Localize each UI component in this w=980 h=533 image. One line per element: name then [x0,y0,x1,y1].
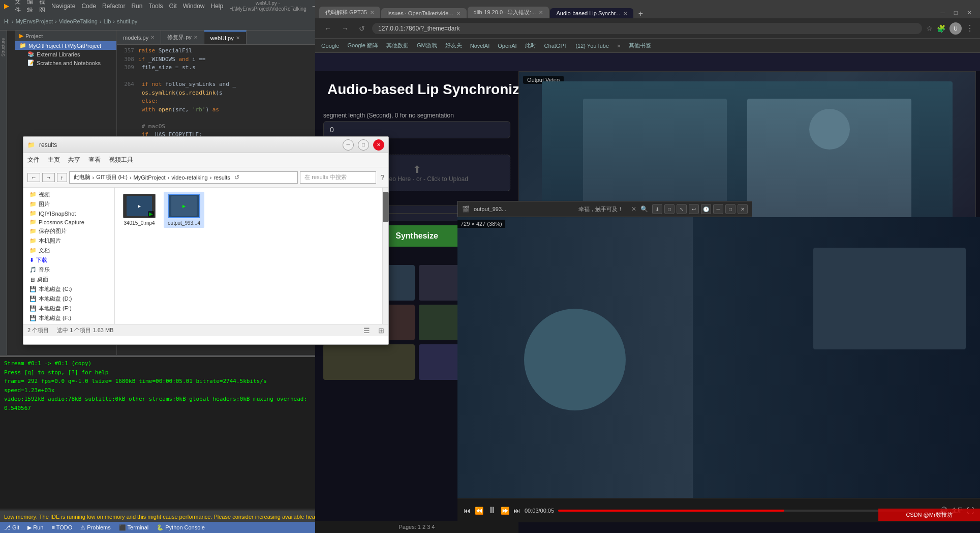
extensions-icon[interactable]: 🧩 [937,24,945,33]
bookmarks-more[interactable]: » [615,41,623,50]
menu-navigate[interactable]: Navigate [51,3,75,10]
fe-close[interactable]: ✕ [373,139,384,151]
tab-issues-close[interactable]: ✕ [456,11,461,16]
fe-tree-local-photos[interactable]: 📁 本机照片 [25,236,112,246]
refresh-button[interactable]: ↺ [356,23,368,34]
fe-tree-f[interactable]: 💾 本地磁盘 (F:) [25,313,112,323]
fe-file-2[interactable]: ▶ output_993...4 [164,192,204,228]
bookmark-chatgpt[interactable]: ChatGPT [542,42,570,50]
status-python[interactable]: 🐍 Python Console [157,524,205,531]
bookmark-time[interactable]: 此时 [523,41,538,50]
fe-tree-videos[interactable]: 📁 视频 [25,190,112,199]
browser-menu[interactable]: ⋮ [966,23,974,33]
menu-help[interactable]: Help [210,3,223,10]
status-problems[interactable]: ⚠ Problems [80,524,111,531]
new-tab-button[interactable]: + [634,9,647,18]
tab-dlib-close[interactable]: ✕ [539,10,543,15]
bookmark-youtube[interactable]: (12) YouTube [573,42,611,50]
window-close-btn[interactable]: ✕ [963,7,976,18]
menu-code[interactable]: Code [81,3,96,10]
browser-tab-issues[interactable]: Issues · OpenTalker/vide... ✕ [381,8,467,18]
fe-view-grid[interactable]: ⊞ [378,327,384,335]
browser-tab-dlib[interactable]: dlib-19.20.0 · 导入错误:... ✕ [468,7,549,18]
fe-up[interactable]: ↑ [57,173,67,182]
segment-input[interactable] [323,121,510,138]
status-run[interactable]: ▶ Run [27,524,43,531]
window-min-btn[interactable]: ─ [936,7,949,18]
tab-webui-close[interactable]: ✕ [236,35,240,41]
tree-item-external[interactable]: 📚 External Libraries [15,50,116,58]
fe-tree-iqiyi[interactable]: 📁 IQIYISnapShot [25,209,112,218]
menu-window[interactable]: Window [183,3,205,10]
vo-maximize[interactable]: □ [725,204,736,214]
fe-forward[interactable]: → [42,173,55,182]
fe-tree-g[interactable]: 💾 新加卷 (G:) [25,323,112,324]
fe-tree-music[interactable]: 🎵 音乐 [25,265,112,275]
fe-tree-documents[interactable]: 📁 文档 [25,246,112,255]
tab-gpt35-close[interactable]: ✕ [370,10,374,15]
fe-menu-view[interactable]: 查看 [88,156,101,164]
bookmark-friends[interactable]: 好友关 [443,41,464,50]
rewind-button[interactable]: ⏪ [475,507,483,515]
vo-btn-2[interactable]: □ [664,204,675,214]
fe-file-1[interactable]: ▶ 34015_0.mp4 [119,192,160,228]
fe-scrollbar[interactable] [382,188,388,324]
bookmark-google[interactable]: Google [319,42,341,50]
vo-btn-1[interactable]: ⬇ [652,204,662,214]
menu-tools[interactable]: Tools [148,3,163,10]
fe-tree-picosmos[interactable]: 📁 Picosmos Capture [25,218,112,226]
bookmark-star[interactable]: ☆ [926,24,933,33]
fe-menu-video[interactable]: 视频工具 [109,156,133,164]
forward-button[interactable]: → [339,23,352,34]
status-terminal[interactable]: ⬛ Terminal [119,524,148,531]
caption-search-icon[interactable]: ✕ [631,205,636,213]
fe-tree-downloads[interactable]: ⬇ 下载 [25,255,112,265]
tab-webui[interactable]: webUI.py ✕ [204,31,247,44]
fe-tree-images[interactable]: 📁 图片 [25,199,112,209]
vo-close[interactable]: ✕ [738,204,748,214]
browser-tab-gpt35[interactable]: 代码解释 GPT35 ✕ [319,7,380,18]
tab-models-close[interactable]: ✕ [150,35,155,40]
vo-btn-5[interactable]: 🕐 [701,204,711,214]
tree-item-mygitproject[interactable]: 📁 MyGitProject H:\MyGitProject [15,41,116,50]
tab-audio-close[interactable]: ✕ [623,11,627,16]
tab-repair[interactable]: 修复界.py ✕ [161,31,204,44]
menu-git[interactable]: Git [169,3,176,10]
profile-icon[interactable]: U [950,22,962,35]
fastforward-button[interactable]: ⏩ [501,507,509,515]
sample-5[interactable] [323,344,415,380]
fe-minimize[interactable]: ─ [343,139,354,151]
video-search-icon[interactable]: 🔍 [640,205,648,213]
fe-maximize[interactable]: □ [358,139,369,151]
fe-refresh[interactable]: ↺ [234,174,239,181]
fe-help-icon[interactable]: ? [380,173,384,182]
bookmark-gm[interactable]: GM游戏 [415,41,439,50]
fe-tree-d[interactable]: 💾 本地磁盘 (D:) [25,294,112,304]
menu-run[interactable]: Run [131,3,142,10]
browser-tab-audio[interactable]: Audio-based Lip Synchr... ✕ [550,8,633,18]
pause-button[interactable]: ⏸ [487,505,497,516]
window-max-btn[interactable]: □ [950,7,962,18]
prev-button[interactable]: ⏮ [464,507,471,515]
fe-menu-home[interactable]: 主页 [48,156,60,164]
menu-refactor[interactable]: Refactor [102,3,125,10]
fe-tree-desktop[interactable]: 🖥 桌面 [25,275,112,284]
tree-item-scratches[interactable]: 📝 Scratches and Notebooks [15,58,116,67]
tab-models[interactable]: models.py ✕ [117,31,161,44]
bookmark-other[interactable]: 其他书签 [627,41,653,50]
status-todo[interactable]: ≡ TODO [51,524,72,530]
fe-tree-c[interactable]: 💾 本地磁盘 (C:) [25,284,112,294]
fe-menu-share[interactable]: 共享 [68,156,80,164]
next-button[interactable]: ⏭ [513,507,520,515]
fe-search[interactable]: 在 results 中搜索 [300,171,376,184]
address-bar[interactable] [372,23,922,34]
fe-tree-e[interactable]: 💾 本地磁盘 (E:) [25,304,112,313]
bookmark-data[interactable]: 其他数据 [384,41,411,50]
fe-menu-file[interactable]: 文件 [27,156,40,164]
vo-btn-4[interactable]: ↩ [689,204,699,214]
bookmark-openai[interactable]: OpenAI [496,42,518,50]
vo-btn-3[interactable]: ⤡ [677,204,687,214]
fe-back[interactable]: ← [27,173,40,182]
scroll-thumb[interactable] [383,192,389,222]
terminal[interactable]: Stream #0:1 -> #0:1 (copy) Press [q] to … [0,356,315,509]
